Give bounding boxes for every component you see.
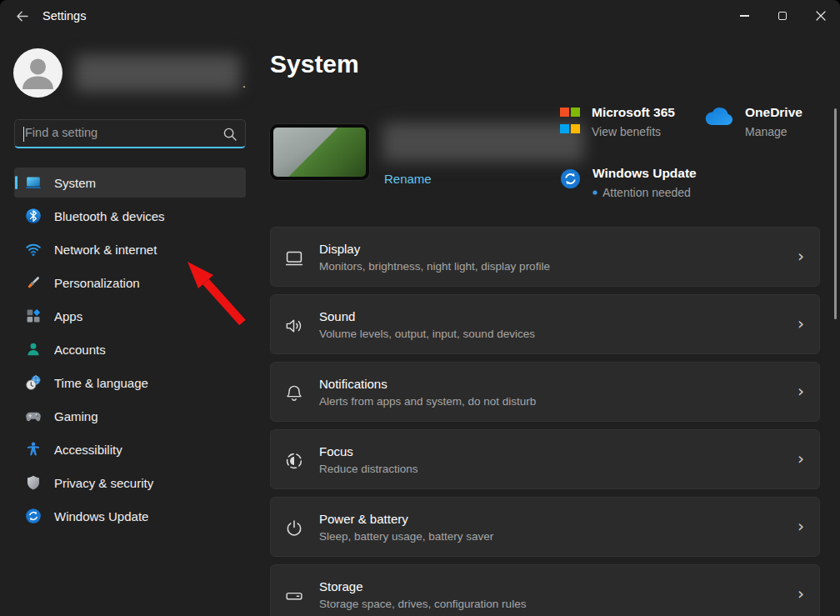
sidebar-item-label: Accounts — [54, 343, 106, 357]
card-subtitle: Storage space, drives, configuration rul… — [319, 598, 526, 610]
wifi-icon — [25, 241, 42, 258]
quick-link-subtitle: Manage — [745, 125, 802, 138]
accessibility-icon — [25, 441, 42, 458]
caption-buttons — [725, 0, 840, 32]
minimize-button[interactable] — [725, 0, 763, 32]
page-title: System — [270, 50, 359, 78]
sidebar-item-network-internet[interactable]: Network & internet — [14, 234, 246, 264]
accounts-icon — [25, 341, 42, 358]
card-storage[interactable]: Storage Storage space, drives, configura… — [270, 564, 820, 616]
card-power-battery[interactable]: Power & battery Sleep, battery usage, ba… — [270, 497, 820, 557]
shield-icon — [25, 474, 42, 491]
sidebar-item-time-language[interactable]: Time & language — [14, 368, 246, 398]
main-content: System Rename Microsoft 365 View benefit… — [270, 33, 840, 616]
sidebar-item-label: Time & language — [54, 376, 148, 390]
onedrive-cloud-icon — [705, 108, 733, 126]
sidebar-item-gaming[interactable]: Gaming — [14, 401, 246, 431]
back-button[interactable] — [8, 5, 35, 28]
sidebar-item-label: Apps — [54, 309, 82, 323]
settings-cards: Display Monitors, brightness, night ligh… — [270, 227, 820, 616]
card-title: Sound — [319, 309, 535, 323]
microsoft-365-card[interactable]: Microsoft 365 View benefits — [560, 105, 675, 138]
attention-text: Attention needed — [602, 186, 691, 199]
titlebar: Settings — [0, 0, 840, 33]
back-arrow-icon — [14, 8, 30, 24]
sidebar-item-label: Privacy & security — [54, 476, 153, 490]
sidebar-item-label: System — [54, 176, 96, 190]
sidebar-item-label: Personalization — [54, 276, 140, 290]
rename-link[interactable]: Rename — [384, 172, 432, 186]
card-sound[interactable]: Sound Volume levels, output, input, soun… — [270, 294, 820, 354]
attention-dot-icon — [592, 190, 598, 195]
apps-icon — [25, 308, 42, 324]
sidebar-item-personalization[interactable]: Personalization — [14, 268, 246, 298]
device-name-redacted — [382, 123, 584, 162]
display-icon — [284, 248, 304, 268]
chevron-right-icon: › — [798, 583, 804, 603]
device-wallpaper-preview — [270, 124, 369, 180]
card-title: Power & battery — [319, 512, 493, 526]
search-box — [14, 119, 246, 148]
quick-link-subtitle: Attention needed — [592, 186, 697, 199]
search-input[interactable] — [15, 120, 245, 147]
quick-link-title: Windows Update — [592, 166, 697, 181]
sidebar-item-apps[interactable]: Apps — [14, 301, 246, 331]
sidebar-item-accessibility[interactable]: Accessibility — [14, 434, 246, 464]
chevron-right-icon: › — [798, 313, 804, 333]
time-language-icon — [25, 374, 42, 391]
person-icon — [13, 48, 62, 98]
chevron-right-icon: › — [798, 448, 804, 468]
sidebar-item-label: Windows Update — [54, 509, 148, 523]
minimize-icon — [740, 15, 749, 16]
card-focus[interactable]: Focus Reduce distractions › — [270, 429, 820, 489]
windows-update-status-card[interactable]: Windows Update Attention needed — [560, 166, 697, 199]
account-name-redacted — [75, 55, 240, 92]
sidebar-item-label: Network & internet — [54, 243, 157, 257]
card-title: Focus — [319, 444, 418, 458]
system-icon — [25, 174, 42, 191]
sidebar-item-privacy-security[interactable]: Privacy & security — [14, 468, 246, 498]
quick-link-title: OneDrive — [745, 105, 802, 120]
card-subtitle: Volume levels, output, input, sound devi… — [319, 328, 535, 340]
avatar[interactable] — [13, 48, 62, 98]
sidebar-item-label: Gaming — [54, 409, 98, 423]
notifications-bell-icon — [284, 383, 304, 403]
settings-window: Settings . — [0, 0, 840, 616]
maximize-button[interactable] — [763, 0, 802, 32]
card-title: Display — [319, 242, 550, 256]
card-subtitle: Sleep, battery usage, battery saver — [319, 530, 493, 543]
bluetooth-icon — [25, 208, 42, 224]
close-icon — [816, 11, 826, 21]
card-subtitle: Monitors, brightness, night light, displ… — [319, 260, 550, 273]
card-title: Storage — [319, 579, 526, 593]
card-notifications[interactable]: Notifications Alerts from apps and syste… — [270, 362, 820, 422]
sidebar-item-label: Bluetooth & devices — [54, 209, 165, 223]
quick-link-subtitle: View benefits — [592, 125, 675, 138]
power-icon — [284, 518, 304, 538]
chevron-right-icon: › — [798, 246, 804, 266]
onedrive-card[interactable]: OneDrive Manage — [705, 105, 802, 138]
sidebar: . System — [0, 33, 260, 616]
sidebar-nav: System Bluetooth & devices — [14, 168, 246, 534]
gaming-controller-icon — [25, 408, 42, 424]
scrollbar-thumb[interactable] — [834, 108, 837, 319]
card-display[interactable]: Display Monitors, brightness, night ligh… — [270, 227, 820, 287]
account-name-suffix: . — [242, 77, 246, 90]
personalization-brush-icon — [25, 274, 42, 291]
card-subtitle: Alerts from apps and system, do not dist… — [319, 395, 536, 408]
sidebar-item-windows-update[interactable]: Windows Update — [14, 501, 246, 531]
close-button[interactable] — [802, 0, 840, 32]
sidebar-item-accounts[interactable]: Accounts — [14, 334, 246, 364]
app-title: Settings — [42, 9, 86, 23]
sound-icon — [284, 316, 304, 336]
windows-update-icon — [25, 508, 42, 524]
search-icon — [222, 127, 238, 142]
card-title: Notifications — [319, 377, 536, 391]
sidebar-item-system[interactable]: System — [14, 168, 246, 198]
selection-pill — [15, 176, 18, 189]
chevron-right-icon: › — [798, 381, 804, 401]
storage-drive-icon — [284, 586, 304, 606]
sidebar-item-bluetooth-devices[interactable]: Bluetooth & devices — [14, 201, 246, 231]
sidebar-item-label: Accessibility — [54, 443, 122, 457]
focus-icon — [284, 451, 304, 471]
